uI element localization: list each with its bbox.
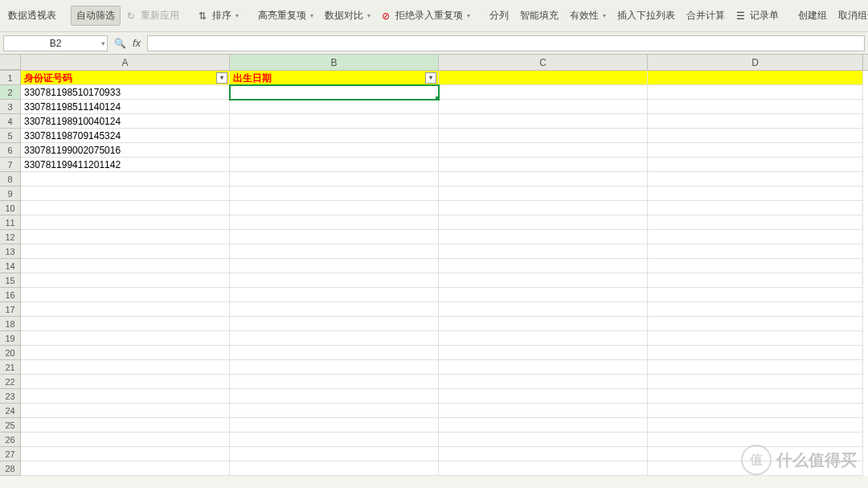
cell-A12[interactable] xyxy=(21,230,230,244)
row-header[interactable]: 28 xyxy=(0,461,21,476)
cell-D5[interactable] xyxy=(648,129,863,143)
cell-A5[interactable]: 330781198709145324 xyxy=(21,129,230,143)
cell-B25[interactable] xyxy=(230,418,439,433)
row-header[interactable]: 14 xyxy=(0,259,21,273)
row-header[interactable]: 11 xyxy=(0,215,21,230)
chevron-down-icon[interactable]: ▾ xyxy=(101,39,105,47)
cell-A14[interactable] xyxy=(21,259,230,273)
cell-B1[interactable]: 出生日期▾ xyxy=(230,71,439,85)
cell-B26[interactable] xyxy=(230,433,439,447)
cell-C4[interactable] xyxy=(439,114,648,129)
cell-D1[interactable] xyxy=(648,71,863,85)
row-header[interactable]: 3 xyxy=(0,100,21,114)
cell-A26[interactable] xyxy=(21,433,230,447)
cell-C18[interactable] xyxy=(439,317,648,331)
cell-A24[interactable] xyxy=(21,404,230,418)
cell-D23[interactable] xyxy=(648,389,863,404)
row-header[interactable]: 9 xyxy=(0,187,21,201)
cell-A7[interactable]: 330781199411201142 xyxy=(21,158,230,172)
cell-B22[interactable] xyxy=(230,375,439,389)
row-header[interactable]: 1 xyxy=(0,71,21,85)
cell-B24[interactable] xyxy=(230,404,439,418)
row-header[interactable]: 26 xyxy=(0,433,21,447)
cell-B8[interactable] xyxy=(230,172,439,187)
cell-B28[interactable] xyxy=(230,461,439,476)
cell-B23[interactable] xyxy=(230,389,439,404)
cell-A1[interactable]: 身份证号码▾ xyxy=(21,71,230,85)
cell-B15[interactable] xyxy=(230,273,439,288)
record-form-button[interactable]: ☰记录单 xyxy=(731,6,784,25)
cell-B21[interactable] xyxy=(230,360,439,375)
cell-D8[interactable] xyxy=(648,172,863,187)
cell-A10[interactable] xyxy=(21,201,230,215)
cell-C13[interactable] xyxy=(439,244,648,259)
cell-A15[interactable] xyxy=(21,273,230,288)
formula-input[interactable] xyxy=(147,35,865,51)
cell-D19[interactable] xyxy=(648,331,863,346)
cell-A22[interactable] xyxy=(21,375,230,389)
row-header[interactable]: 10 xyxy=(0,201,21,215)
row-header[interactable]: 20 xyxy=(0,346,21,360)
cell-B16[interactable] xyxy=(230,288,439,302)
cell-A21[interactable] xyxy=(21,360,230,375)
cell-C21[interactable] xyxy=(439,360,648,375)
row-header[interactable]: 19 xyxy=(0,331,21,346)
row-header[interactable]: 16 xyxy=(0,288,21,302)
cell-C19[interactable] xyxy=(439,331,648,346)
cell-A18[interactable] xyxy=(21,317,230,331)
cell-A11[interactable] xyxy=(21,215,230,230)
row-header[interactable]: 5 xyxy=(0,129,21,143)
search-icon[interactable]: 🔍 xyxy=(114,38,126,49)
row-header[interactable]: 23 xyxy=(0,389,21,404)
cell-B11[interactable] xyxy=(230,215,439,230)
cell-C20[interactable] xyxy=(439,346,648,360)
cell-B20[interactable] xyxy=(230,346,439,360)
cell-B12[interactable] xyxy=(230,230,439,244)
cell-D13[interactable] xyxy=(648,244,863,259)
cell-D17[interactable] xyxy=(648,302,863,317)
cell-C7[interactable] xyxy=(439,158,648,172)
cell-A6[interactable]: 330781199002075016 xyxy=(21,143,230,158)
cell-B19[interactable] xyxy=(230,331,439,346)
cell-D18[interactable] xyxy=(648,317,863,331)
reject-dup-button[interactable]: ⊘拒绝录入重复项▾ xyxy=(377,6,475,25)
cell-D4[interactable] xyxy=(648,114,863,129)
cell-D12[interactable] xyxy=(648,230,863,244)
row-header[interactable]: 4 xyxy=(0,114,21,129)
pivot-table-button[interactable]: 数据透视表 xyxy=(3,6,61,25)
cell-C10[interactable] xyxy=(439,201,648,215)
cell-B4[interactable] xyxy=(230,114,439,129)
cell-A25[interactable] xyxy=(21,418,230,433)
cell-D16[interactable] xyxy=(648,288,863,302)
row-header[interactable]: 12 xyxy=(0,230,21,244)
ungroup-button[interactable]: 取消组合▾ xyxy=(833,6,868,25)
cell-D14[interactable] xyxy=(648,259,863,273)
cell-D7[interactable] xyxy=(648,158,863,172)
row-header[interactable]: 8 xyxy=(0,172,21,187)
split-column-button[interactable]: 分列 xyxy=(485,6,514,25)
cell-A28[interactable] xyxy=(21,461,230,476)
row-header[interactable]: 22 xyxy=(0,375,21,389)
cell-B27[interactable] xyxy=(230,447,439,461)
cell-D10[interactable] xyxy=(648,201,863,215)
cell-C2[interactable] xyxy=(439,85,648,100)
cell-D24[interactable] xyxy=(648,404,863,418)
cell-D6[interactable] xyxy=(648,143,863,158)
data-compare-button[interactable]: 数据对比▾ xyxy=(320,6,375,25)
col-header-B[interactable]: B xyxy=(230,55,439,70)
col-header-D[interactable]: D xyxy=(648,55,863,70)
cell-C27[interactable] xyxy=(439,447,648,461)
cell-A3[interactable]: 330781198511140124 xyxy=(21,100,230,114)
cell-A2[interactable]: 330781198510170933 xyxy=(21,85,230,100)
row-header[interactable]: 15 xyxy=(0,273,21,288)
row-header[interactable]: 24 xyxy=(0,404,21,418)
cell-C16[interactable] xyxy=(439,288,648,302)
group-button[interactable]: 创建组 xyxy=(793,6,832,25)
row-header[interactable]: 17 xyxy=(0,302,21,317)
cell-A9[interactable] xyxy=(21,187,230,201)
cell-C23[interactable] xyxy=(439,389,648,404)
row-header[interactable]: 13 xyxy=(0,244,21,259)
row-header[interactable]: 18 xyxy=(0,317,21,331)
row-header[interactable]: 2 xyxy=(0,85,21,100)
cell-B3[interactable] xyxy=(230,100,439,114)
